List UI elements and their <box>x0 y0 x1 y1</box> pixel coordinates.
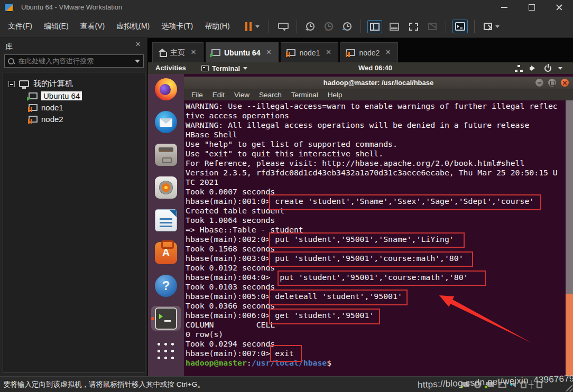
menu-帮助-h-[interactable]: 帮助(H) <box>199 18 235 34</box>
volume-icon[interactable] <box>530 65 538 72</box>
terminal-close-button[interactable] <box>561 79 569 87</box>
rhythmbox-icon <box>155 176 177 199</box>
stretch-guest-button-icon <box>484 23 492 30</box>
home-icon <box>158 49 167 57</box>
clock[interactable]: Wed 06:40 <box>358 62 392 74</box>
window-maximize-button[interactable] <box>518 0 546 15</box>
vm-tree: 我的计算机 Ubuntu 64node1node2 <box>3 72 145 373</box>
toolbar-separator <box>297 20 297 33</box>
terminal-output-line: hbase(main):003:0> put 'student','95001'… <box>186 254 566 263</box>
toolbar-separator <box>474 20 475 33</box>
terminal-output-line: Took 0.1568 seconds <box>186 244 566 254</box>
vm-running-icon <box>29 92 38 99</box>
vm-item-node2[interactable]: node2 <box>29 113 145 125</box>
menu-编辑-e-[interactable]: 编辑(E) <box>38 18 75 34</box>
unity-mode-button-icon <box>428 23 437 30</box>
terminal-menu-help[interactable]: Help <box>323 91 347 99</box>
tab-close-icon[interactable] <box>265 49 273 57</box>
window-close-button[interactable] <box>546 0 573 15</box>
terminal-output-line: hbase(main):005:0> deleteall 'student','… <box>186 292 566 301</box>
dock-item-ubuntu-software[interactable] <box>151 240 181 265</box>
help-icon <box>155 275 177 297</box>
chevron-down-icon[interactable] <box>255 25 260 28</box>
send-ctrl-alt-del-button[interactable] <box>275 20 290 33</box>
search-dropdown-icon[interactable] <box>135 60 140 63</box>
terminal-prompt-line[interactable]: hadoop@master:/usr/local/hbase$ <box>186 358 566 368</box>
activities-button[interactable]: Activities <box>155 62 186 74</box>
take-snapshot-button[interactable]: + <box>303 20 317 33</box>
dock-item-app-grid[interactable] <box>151 339 181 363</box>
tab-node1[interactable]: node1 <box>281 42 338 62</box>
pause-vm-button[interactable] <box>242 20 262 34</box>
enter-fullscreen-button[interactable] <box>406 20 421 33</box>
menu-文件-f-[interactable]: 文件(F) <box>2 18 38 34</box>
terminal-output-line: WARNING: All illegal access operations w… <box>186 120 566 130</box>
terminal-menu-terminal[interactable]: Terminal <box>286 91 323 99</box>
menu-虚拟机-m-[interactable]: 虚拟机(M) <box>110 18 155 34</box>
thunderbird-icon <box>155 111 177 133</box>
collapse-icon[interactable] <box>8 81 15 87</box>
terminal-minimize-button[interactable] <box>535 79 543 87</box>
tab-主页[interactable]: 主页 <box>152 42 204 62</box>
terminal-menu-search[interactable]: Search <box>254 91 286 99</box>
dock-item-firefox[interactable] <box>151 77 181 101</box>
dock-item-help[interactable] <box>151 273 181 298</box>
terminal-output-line: hbase(main):004:0> put 'student','95001'… <box>186 273 566 282</box>
library-close-icon[interactable] <box>135 41 142 49</box>
vm-paused-icon <box>29 116 38 123</box>
manage-snapshots-button[interactable]: ▪ <box>340 20 354 33</box>
vm-item-ubuntu-64[interactable]: Ubuntu 64 <box>29 90 145 101</box>
system-tray[interactable] <box>515 62 562 74</box>
window-minimize-button[interactable] <box>491 0 518 15</box>
library-search-box[interactable] <box>4 54 144 68</box>
tab-close-icon[interactable] <box>385 49 392 57</box>
terminal-output-line: Use "exit" to quit this interactive shel… <box>186 149 566 158</box>
tab-label: node1 <box>299 49 320 57</box>
terminal-titlebar[interactable]: hadoop@master: /usr/local/hbase <box>184 77 573 89</box>
terminal-output-line: => Hbase::Table - student <box>186 225 566 235</box>
vm-item-label: Ubuntu 64 <box>41 91 82 100</box>
show-console-toggle[interactable] <box>452 20 468 33</box>
dock-item-terminal[interactable] <box>151 306 181 331</box>
vm-paused-icon <box>286 49 295 56</box>
dock-item-thunderbird[interactable] <box>151 109 181 134</box>
chevron-down-icon[interactable] <box>495 25 500 28</box>
tab-close-icon[interactable] <box>325 49 332 57</box>
terminal-maximize-button[interactable] <box>548 79 556 87</box>
search-input[interactable] <box>18 57 135 65</box>
dock-item-files[interactable] <box>151 142 181 167</box>
menu-查看-v-[interactable]: 查看(V) <box>75 18 111 34</box>
network-icon[interactable] <box>515 65 523 72</box>
vm-item-node1[interactable]: node1 <box>29 101 145 113</box>
show-thumbnail-bar-toggle[interactable] <box>387 20 402 33</box>
firefox-icon <box>155 78 177 100</box>
dock-item-rhythmbox[interactable] <box>151 175 181 200</box>
power-icon[interactable] <box>544 65 551 72</box>
show-library-toggle[interactable] <box>367 20 382 33</box>
terminal-output-line: hbase(main):006:0> get 'student','95001' <box>186 311 566 320</box>
vm-console-screen[interactable]: Activities Terminal Wed 06:40 hadoop@mas… <box>148 62 573 376</box>
tab-node2[interactable]: node2 <box>340 42 398 62</box>
terminal-menu-view[interactable]: View <box>229 91 254 99</box>
terminal-content[interactable]: WARNING: Use --illegal-access=warn to en… <box>184 100 573 376</box>
menu-选项卡-t-[interactable]: 选项卡(T) <box>155 18 199 34</box>
icon-badge: ← <box>324 26 330 32</box>
terminal-scrollbar-thumb[interactable] <box>566 294 573 376</box>
vmware-workstation-window: Ubuntu 64 - VMware Workstation 文件(F)编辑(E… <box>0 0 573 392</box>
revert-snapshot-button-icon: ← <box>325 22 333 31</box>
dock-item-libreoffice-writer[interactable] <box>151 208 181 232</box>
terminal-scrollbar[interactable] <box>566 100 573 376</box>
tab-label: Ubuntu 64 <box>224 49 260 57</box>
terminal-output-line: Took 1.0064 seconds <box>186 216 566 225</box>
focused-app-menu[interactable]: Terminal <box>201 62 247 74</box>
terminal-menu-file[interactable]: File <box>187 91 208 99</box>
enter-fullscreen-button-icon <box>409 23 418 31</box>
tab-close-icon[interactable] <box>190 49 198 57</box>
app-grid-icon <box>156 342 175 361</box>
tab-ubuntu-64[interactable]: Ubuntu 64 <box>206 42 279 62</box>
chevron-down-icon[interactable] <box>558 67 562 70</box>
tree-items: Ubuntu 64node1node2 <box>3 90 145 125</box>
stretch-guest-button[interactable] <box>481 20 502 33</box>
tree-root-my-computer[interactable]: 我的计算机 <box>3 72 145 90</box>
terminal-menu-edit[interactable]: Edit <box>208 91 229 99</box>
